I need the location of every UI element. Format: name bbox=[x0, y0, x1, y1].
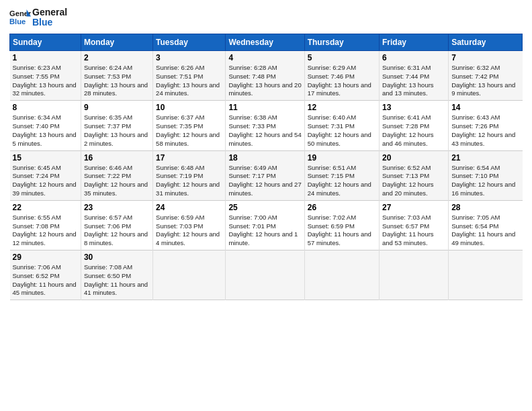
day-info: Sunrise: 7:08 AMSunset: 6:50 PMDaylight:… bbox=[84, 263, 150, 298]
weekday-friday: Friday bbox=[380, 34, 449, 51]
calendar-cell bbox=[153, 250, 226, 300]
day-number: 30 bbox=[84, 253, 150, 262]
calendar-cell: 16Sunrise: 6:46 AMSunset: 7:22 PMDayligh… bbox=[81, 150, 152, 200]
day-info: Sunrise: 6:31 AMSunset: 7:44 PMDaylight:… bbox=[382, 64, 445, 98]
day-info: Sunrise: 6:45 AMSunset: 7:24 PMDaylight:… bbox=[13, 164, 78, 198]
day-number: 27 bbox=[382, 203, 445, 212]
day-info: Sunrise: 6:54 AMSunset: 7:10 PMDaylight:… bbox=[451, 164, 519, 198]
svg-text:Blue: Blue bbox=[9, 17, 26, 26]
calendar-cell: 4Sunrise: 6:28 AMSunset: 7:48 PMDaylight… bbox=[226, 51, 304, 101]
weekday-thursday: Thursday bbox=[304, 34, 379, 51]
day-info: Sunrise: 6:41 AMSunset: 7:28 PMDaylight:… bbox=[382, 113, 445, 148]
calendar-cell: 15Sunrise: 6:45 AMSunset: 7:24 PMDayligh… bbox=[10, 150, 81, 200]
day-number: 28 bbox=[451, 203, 519, 212]
calendar-cell: 30Sunrise: 7:08 AMSunset: 6:50 PMDayligh… bbox=[81, 250, 152, 300]
calendar-cell: 2Sunrise: 6:24 AMSunset: 7:53 PMDaylight… bbox=[81, 51, 152, 101]
day-number: 6 bbox=[382, 53, 445, 62]
calendar-cell: 24Sunrise: 6:59 AMSunset: 7:03 PMDayligh… bbox=[153, 200, 226, 250]
day-info: Sunrise: 6:29 AMSunset: 7:46 PMDaylight:… bbox=[308, 64, 376, 98]
day-number: 13 bbox=[382, 103, 445, 112]
calendar-cell bbox=[449, 250, 523, 300]
week-row-5: 29Sunrise: 7:06 AMSunset: 6:52 PMDayligh… bbox=[10, 250, 523, 300]
day-info: Sunrise: 6:32 AMSunset: 7:42 PMDaylight:… bbox=[451, 64, 519, 98]
day-number: 14 bbox=[451, 103, 519, 112]
week-row-4: 22Sunrise: 6:55 AMSunset: 7:08 PMDayligh… bbox=[10, 200, 523, 250]
calendar-cell bbox=[226, 250, 304, 300]
day-number: 29 bbox=[13, 253, 78, 262]
calendar-cell: 19Sunrise: 6:51 AMSunset: 7:15 PMDayligh… bbox=[304, 150, 379, 200]
week-row-2: 8Sunrise: 6:34 AMSunset: 7:40 PMDaylight… bbox=[10, 101, 523, 150]
day-number: 18 bbox=[228, 153, 301, 163]
day-number: 1 bbox=[13, 53, 78, 62]
day-number: 2 bbox=[84, 53, 150, 62]
day-number: 9 bbox=[84, 103, 150, 112]
day-info: Sunrise: 6:35 AMSunset: 7:37 PMDaylight:… bbox=[84, 113, 150, 148]
week-row-1: 1Sunrise: 6:23 AMSunset: 7:55 PMDaylight… bbox=[10, 51, 523, 101]
day-info: Sunrise: 6:51 AMSunset: 7:15 PMDaylight:… bbox=[308, 164, 376, 198]
page: General Blue General Blue SundayMondayTu… bbox=[0, 0, 532, 307]
calendar-cell: 20Sunrise: 6:52 AMSunset: 7:13 PMDayligh… bbox=[380, 150, 449, 200]
day-number: 26 bbox=[308, 203, 376, 212]
calendar-cell: 7Sunrise: 6:32 AMSunset: 7:42 PMDaylight… bbox=[449, 51, 523, 101]
calendar-cell: 21Sunrise: 6:54 AMSunset: 7:10 PMDayligh… bbox=[449, 150, 523, 200]
day-info: Sunrise: 6:40 AMSunset: 7:31 PMDaylight:… bbox=[308, 113, 376, 148]
day-info: Sunrise: 6:34 AMSunset: 7:40 PMDaylight:… bbox=[13, 113, 78, 148]
day-info: Sunrise: 6:55 AMSunset: 7:08 PMDaylight:… bbox=[13, 214, 78, 248]
day-number: 19 bbox=[308, 153, 376, 163]
calendar-cell: 13Sunrise: 6:41 AMSunset: 7:28 PMDayligh… bbox=[380, 101, 449, 150]
calendar-cell: 25Sunrise: 7:00 AMSunset: 7:01 PMDayligh… bbox=[226, 200, 304, 250]
calendar-cell: 10Sunrise: 6:37 AMSunset: 7:35 PMDayligh… bbox=[153, 101, 226, 150]
calendar-cell: 8Sunrise: 6:34 AMSunset: 7:40 PMDaylight… bbox=[10, 101, 81, 150]
day-number: 4 bbox=[228, 53, 301, 62]
weekday-tuesday: Tuesday bbox=[153, 34, 226, 51]
calendar-cell: 14Sunrise: 6:43 AMSunset: 7:26 PMDayligh… bbox=[449, 101, 523, 150]
logo: General Blue General Blue bbox=[9, 7, 67, 28]
calendar-cell: 17Sunrise: 6:48 AMSunset: 7:19 PMDayligh… bbox=[153, 150, 226, 200]
day-info: Sunrise: 7:02 AMSunset: 6:59 PMDaylight:… bbox=[308, 214, 376, 248]
calendar-table: SundayMondayTuesdayWednesdayThursdayFrid… bbox=[9, 34, 523, 300]
weekday-monday: Monday bbox=[81, 34, 152, 51]
weekday-header-row: SundayMondayTuesdayWednesdayThursdayFrid… bbox=[10, 34, 523, 51]
calendar-cell: 5Sunrise: 6:29 AMSunset: 7:46 PMDaylight… bbox=[304, 51, 379, 101]
day-info: Sunrise: 7:00 AMSunset: 7:01 PMDaylight:… bbox=[228, 214, 301, 248]
day-number: 7 bbox=[451, 53, 519, 62]
day-info: Sunrise: 6:57 AMSunset: 7:06 PMDaylight:… bbox=[84, 214, 150, 248]
day-info: Sunrise: 6:49 AMSunset: 7:17 PMDaylight:… bbox=[228, 164, 301, 198]
header: General Blue General Blue bbox=[9, 7, 523, 28]
day-number: 20 bbox=[382, 153, 445, 163]
day-number: 10 bbox=[156, 103, 222, 112]
day-info: Sunrise: 7:03 AMSunset: 6:57 PMDaylight:… bbox=[382, 214, 445, 248]
day-number: 5 bbox=[308, 53, 376, 62]
day-info: Sunrise: 6:46 AMSunset: 7:22 PMDaylight:… bbox=[84, 164, 150, 198]
calendar-cell bbox=[380, 250, 449, 300]
week-row-3: 15Sunrise: 6:45 AMSunset: 7:24 PMDayligh… bbox=[10, 150, 523, 200]
calendar-cell: 11Sunrise: 6:38 AMSunset: 7:33 PMDayligh… bbox=[226, 101, 304, 150]
day-info: Sunrise: 6:28 AMSunset: 7:48 PMDaylight:… bbox=[228, 64, 301, 98]
day-info: Sunrise: 6:52 AMSunset: 7:13 PMDaylight:… bbox=[382, 164, 445, 198]
logo-icon: General Blue bbox=[9, 7, 31, 28]
calendar-cell: 18Sunrise: 6:49 AMSunset: 7:17 PMDayligh… bbox=[226, 150, 304, 200]
calendar-cell: 27Sunrise: 7:03 AMSunset: 6:57 PMDayligh… bbox=[380, 200, 449, 250]
calendar-cell: 26Sunrise: 7:02 AMSunset: 6:59 PMDayligh… bbox=[304, 200, 379, 250]
day-info: Sunrise: 7:05 AMSunset: 6:54 PMDaylight:… bbox=[451, 214, 519, 248]
day-info: Sunrise: 6:59 AMSunset: 7:03 PMDaylight:… bbox=[156, 214, 222, 248]
calendar-cell: 1Sunrise: 6:23 AMSunset: 7:55 PMDaylight… bbox=[10, 51, 81, 101]
logo-general: General bbox=[32, 7, 67, 17]
day-number: 22 bbox=[13, 203, 78, 212]
day-info: Sunrise: 6:37 AMSunset: 7:35 PMDaylight:… bbox=[156, 113, 222, 148]
day-info: Sunrise: 7:06 AMSunset: 6:52 PMDaylight:… bbox=[13, 263, 78, 298]
day-number: 23 bbox=[84, 203, 150, 212]
calendar-cell: 29Sunrise: 7:06 AMSunset: 6:52 PMDayligh… bbox=[10, 250, 81, 300]
calendar-cell: 28Sunrise: 7:05 AMSunset: 6:54 PMDayligh… bbox=[449, 200, 523, 250]
day-info: Sunrise: 6:26 AMSunset: 7:51 PMDaylight:… bbox=[156, 64, 222, 98]
weekday-sunday: Sunday bbox=[10, 34, 81, 51]
calendar-cell: 9Sunrise: 6:35 AMSunset: 7:37 PMDaylight… bbox=[81, 101, 152, 150]
day-number: 3 bbox=[156, 53, 222, 62]
calendar-cell: 3Sunrise: 6:26 AMSunset: 7:51 PMDaylight… bbox=[153, 51, 226, 101]
calendar-cell bbox=[304, 250, 379, 300]
day-info: Sunrise: 6:24 AMSunset: 7:53 PMDaylight:… bbox=[84, 64, 150, 98]
calendar-cell: 22Sunrise: 6:55 AMSunset: 7:08 PMDayligh… bbox=[10, 200, 81, 250]
day-number: 25 bbox=[228, 203, 301, 212]
day-number: 16 bbox=[84, 153, 150, 163]
day-number: 8 bbox=[13, 103, 78, 112]
